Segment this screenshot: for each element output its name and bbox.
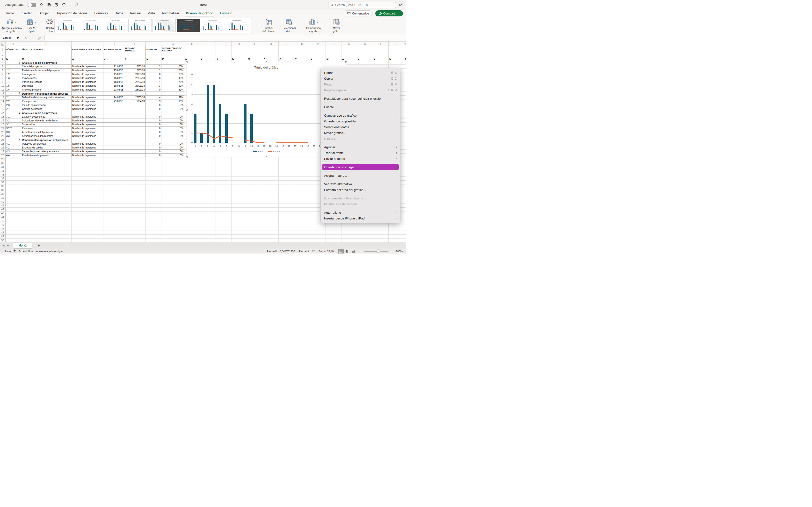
cell-K48[interactable] [232,231,247,235]
cell-F47[interactable] [146,227,161,231]
cell-B43[interactable] [21,212,71,215]
cell-N31[interactable] [278,165,294,169]
cell-E22[interactable] [124,130,146,134]
cell-B31[interactable] [21,165,71,169]
cell-E17[interactable] [124,111,146,115]
cell-F41[interactable] [146,204,161,208]
insert-function-icon[interactable]: fx [39,36,41,40]
cell-G25[interactable]: 0% [161,142,185,146]
cell-E10[interactable]: 22/03/18 [124,84,146,88]
cell-L45[interactable] [247,219,263,223]
cell-H32[interactable] [185,169,200,173]
cell-J42[interactable] [216,208,232,212]
tab-revisar[interactable]: Revisar [126,10,145,17]
column-header-U[interactable]: U [389,42,404,46]
enter-icon[interactable]: ✓ [32,36,34,40]
chart-selection-handle[interactable] [186,157,188,158]
cell-P49[interactable] [310,235,326,238]
menu-item-ver-texto-alternativo[interactable]: Ver texto alternativo... [321,181,400,187]
cell-C4[interactable] [71,61,103,65]
add-chart-element-button[interactable]: ⌄ Agregar elementode gráfico [1,18,22,33]
cell-G5[interactable]: 100% [161,65,185,68]
cell-I1[interactable] [200,46,216,53]
cell-D11[interactable]: 23/03/18 [103,88,124,92]
tab-disposici-n-de-p-gina[interactable]: Disposición de página [52,10,91,17]
column-header-E[interactable]: E [124,42,146,46]
cell-M40[interactable] [263,200,278,204]
cell-I31[interactable] [200,165,216,169]
cell-O46[interactable] [294,223,310,227]
cell-M35[interactable] [263,181,278,184]
menu-item-cambiar-tipo-de-gráfico[interactable]: Cambiar tipo de gráfico› [321,113,400,118]
accessibility-status[interactable]: Accesibilidad: es necesario investigar [18,250,63,253]
cell-N41[interactable] [278,204,294,208]
cell-F19[interactable]: 0 [146,119,161,123]
row-header-17[interactable]: 17 [0,111,6,115]
sheet-nav-right-icon[interactable]: ▶ [7,244,9,247]
cell-I37[interactable] [200,188,216,192]
cell-H34[interactable] [185,177,200,181]
cell-A43[interactable] [6,212,21,215]
cell-N34[interactable] [278,177,294,181]
cell-A6[interactable]: 1.1.1 [6,68,21,72]
cell-P46[interactable] [310,223,326,227]
cell-B33[interactable] [21,173,71,177]
cell-A45[interactable] [6,219,21,223]
cell-G21[interactable]: 0% [161,126,185,130]
menu-item-asignar-macro[interactable]: Asignar macro... [321,173,400,178]
cell-V35[interactable] [404,181,406,184]
cell-E37[interactable] [124,188,146,192]
cell-F46[interactable] [146,223,161,227]
cell-B46[interactable] [21,223,71,227]
cell-D30[interactable] [103,161,124,165]
cell-D14[interactable]: 29/03/18 [103,100,124,103]
cell-H48[interactable] [185,231,200,235]
cell-V13[interactable] [404,96,406,100]
row-header-30[interactable]: 30 [0,161,6,165]
cell-V48[interactable] [404,231,406,235]
cell-L29[interactable] [247,157,263,161]
cell-G11[interactable]: 50% [161,88,185,92]
cell-D9[interactable]: 18/03/18 [103,80,124,84]
cell-G32[interactable] [161,169,185,173]
cell-G12[interactable] [161,92,185,96]
row-header-39[interactable]: 39 [0,196,6,200]
chart-style-thumbnail-1[interactable]: Título del gráfico [56,19,79,32]
cell-I49[interactable] [200,235,216,238]
cell-V38[interactable] [404,192,406,196]
cell-F13[interactable]: 4 [146,96,161,100]
cell-D32[interactable] [103,169,124,173]
column-header-S[interactable]: S [357,42,373,46]
cell-H36[interactable] [185,184,200,188]
column-header-M[interactable]: M [263,42,278,46]
cell-B8[interactable]: Proyecciones [21,76,71,80]
switch-row-column-button[interactable]: Cambiarfila/columna [259,18,278,33]
cell-D12[interactable] [103,92,124,96]
cell-A20[interactable]: 3.2.1 [6,123,21,126]
cell-B49[interactable] [21,235,71,238]
share-people-icon[interactable] [399,3,403,8]
cell-G3[interactable]: M [161,57,185,61]
cell-O37[interactable] [294,188,310,192]
cell-B4[interactable]: Análisis e inicio del proyecto [21,61,71,65]
cell-I32[interactable] [200,169,216,173]
cell-A4[interactable]: 1 [6,61,21,65]
cell-E36[interactable] [124,184,146,188]
cell-A13[interactable]: 2.1 [6,96,21,100]
cell-N29[interactable] [278,157,294,161]
cell-C24[interactable] [71,138,103,142]
cell-F37[interactable] [146,188,161,192]
cell-G49[interactable] [161,235,185,238]
cell-A31[interactable] [6,165,21,169]
cell-A42[interactable] [6,208,21,212]
cell-K3[interactable]: L [232,57,247,61]
cell-B10[interactable]: Directrices [21,84,71,88]
cell-C22[interactable]: Nombre de la persona [71,130,103,134]
cell-K47[interactable] [232,227,247,231]
cell-C5[interactable]: Nombre de la persona [71,65,103,68]
cell-A47[interactable] [6,227,21,231]
cell-H43[interactable] [185,212,200,215]
tab-vista[interactable]: Vista [144,10,158,17]
cell-R1[interactable] [342,46,357,53]
cell-F15[interactable]: 0 [146,103,161,107]
